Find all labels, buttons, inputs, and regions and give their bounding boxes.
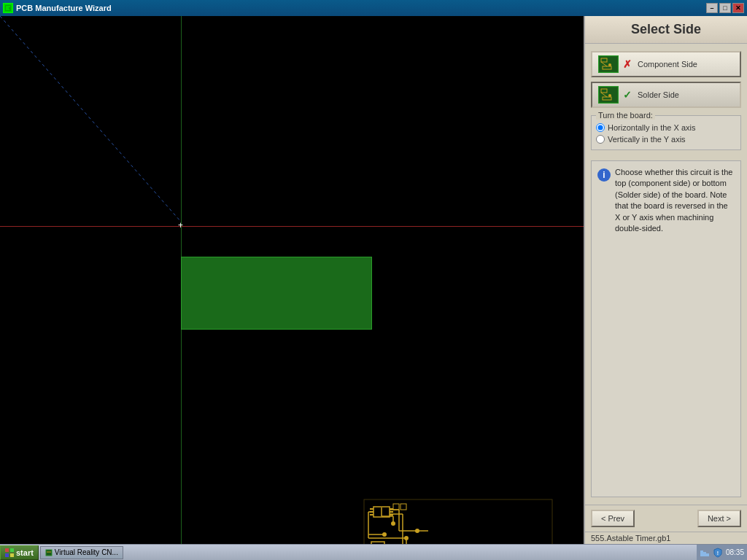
next-button[interactable]: Next > [697, 510, 741, 527]
panel-content: ✗ Component Side ✓ Solder Side [585, 44, 747, 505]
diagonal-guide-line [0, 16, 584, 220]
info-text: Choose whether this circuit is the top (… [615, 167, 735, 491]
radio-x-axis[interactable] [596, 123, 605, 132]
solder-side-label: Solder Side [638, 90, 679, 99]
start-label: start [16, 548, 34, 557]
radio-y-axis[interactable] [596, 135, 605, 144]
main-layout: Select Side ✗ Component Side [0, 16, 747, 544]
titlebar-controls: – □ ✕ [706, 3, 744, 13]
svg-rect-53 [46, 550, 52, 556]
titlebar-title: PCB Manufacture Wizard [16, 4, 112, 12]
taskbar-item-virtualreality[interactable]: Virtual Reality CN... [40, 546, 123, 559]
nav-buttons: < Prev Next > [585, 505, 747, 532]
component-side-label: Component Side [638, 60, 697, 69]
minimize-button[interactable]: – [706, 3, 718, 13]
svg-text:!: ! [717, 551, 719, 556]
solder-side-button[interactable]: ✓ Solder Side [591, 82, 741, 108]
svg-line-4 [0, 16, 186, 220]
info-box: i Choose whether this circuit is the top… [591, 160, 741, 497]
svg-rect-51 [5, 553, 9, 557]
radio-y-label: Vertically in the Y axis [608, 135, 686, 144]
status-bar: 555.Astable Timer.gb1 [585, 532, 747, 544]
solder-side-icon [598, 86, 619, 104]
maximize-button[interactable]: □ [719, 3, 731, 13]
close-button[interactable]: ✕ [732, 3, 744, 13]
security-icon: ! [713, 548, 723, 558]
app-icon [3, 3, 13, 13]
network-icon [700, 548, 710, 558]
info-icon: i [597, 168, 611, 182]
component-x-mark: ✗ [623, 58, 632, 70]
canvas-area[interactable] [0, 16, 584, 544]
component-side-icon [598, 55, 619, 73]
svg-rect-55 [700, 551, 703, 556]
turn-board-group: Turn the board: Horizontally in the X ax… [591, 115, 741, 150]
start-button[interactable]: start [0, 545, 39, 560]
prev-button[interactable]: < Prev [591, 510, 635, 527]
horizontal-guide-line [0, 226, 584, 227]
svg-rect-12 [390, 511, 393, 513]
svg-rect-52 [10, 553, 14, 557]
taskbar-time: 08:35 [726, 548, 744, 556]
turn-board-legend: Turn the board: [596, 111, 655, 120]
component-side-button[interactable]: ✗ Component Side [591, 51, 741, 77]
taskbar-tray: ! 08:35 [697, 545, 747, 560]
svg-rect-7 [400, 504, 406, 510]
svg-rect-49 [5, 548, 9, 552]
taskbar-item-icon [45, 549, 53, 556]
windows-logo-icon [5, 548, 14, 557]
titlebar: PCB Manufacture Wizard – □ ✕ [0, 0, 747, 16]
radio-row-x: Horizontally in the X axis [596, 122, 736, 133]
titlebar-left: PCB Manufacture Wizard [3, 3, 112, 13]
svg-point-47 [608, 94, 611, 97]
pcb-board [181, 257, 372, 330]
radio-row-y: Vertically in the Y axis [596, 133, 736, 145]
svg-point-42 [608, 63, 611, 66]
pcb-traces [363, 498, 554, 544]
svg-rect-6 [393, 504, 399, 510]
svg-rect-57 [706, 553, 709, 556]
taskbar-items: Virtual Reality CN... [39, 546, 697, 559]
svg-rect-50 [10, 548, 14, 552]
taskbar-item-label: Virtual Reality CN... [55, 548, 118, 556]
svg-rect-8 [370, 508, 374, 510]
solder-check-mark: ✓ [623, 89, 632, 101]
svg-rect-56 [703, 552, 706, 556]
taskbar: start Virtual Reality CN... ! 08:35 [0, 544, 747, 560]
status-filename: 555.Astable Timer.gb1 [591, 534, 670, 542]
svg-rect-10 [370, 514, 374, 516]
panel-title: Select Side [585, 16, 747, 44]
right-panel: Select Side ✗ Component Side [584, 16, 747, 544]
radio-x-label: Horizontally in the X axis [608, 123, 695, 132]
